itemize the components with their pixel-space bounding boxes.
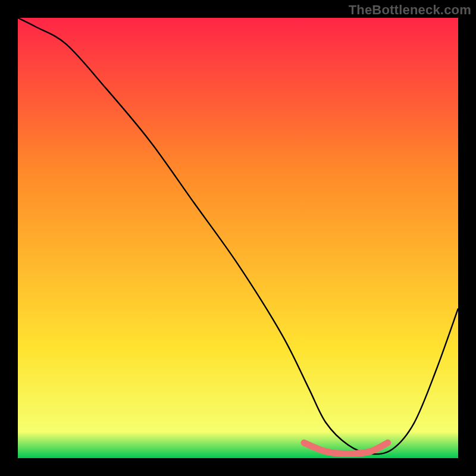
plot-background [18,18,458,458]
chart-canvas [18,18,458,458]
chart-container: TheBottleneck.com [0,0,476,476]
watermark-text: TheBottleneck.com [349,2,471,18]
